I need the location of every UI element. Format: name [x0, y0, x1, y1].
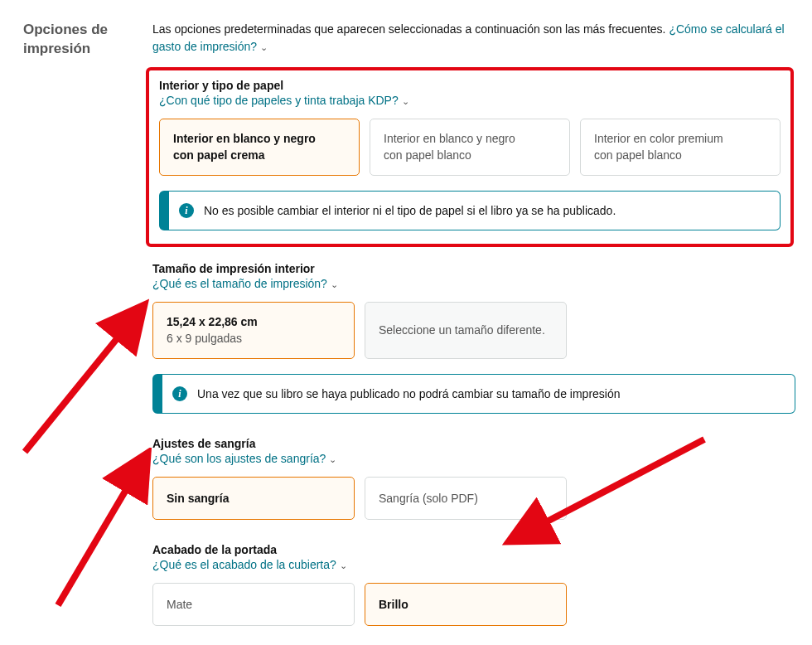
- interior-info-text: No es posible cambiar el interior ni el …: [204, 204, 616, 217]
- bleed-option-yes[interactable]: Sangría (solo PDF): [365, 477, 567, 520]
- chevron-down-icon: ⌄: [260, 41, 268, 55]
- bleed-help-link[interactable]: ¿Qué son los ajustes de sangría?⌄: [152, 452, 336, 465]
- cover-option-glossy[interactable]: Brillo: [365, 583, 567, 626]
- section-cover: Acabado de la portada ¿Qué es el acabado…: [152, 543, 795, 626]
- cover-title: Acabado de la portada: [152, 543, 795, 556]
- cover-help-link[interactable]: ¿Qué es el acabado de la cubierta?⌄: [152, 558, 347, 571]
- trim-help-link[interactable]: ¿Qué es el tamaño de impresión?⌄: [152, 277, 338, 290]
- chevron-down-icon: ⌄: [329, 454, 336, 465]
- interior-title: Interior y tipo de papel: [159, 79, 781, 92]
- section-interior: Interior y tipo de papel ¿Con qué tipo d…: [146, 67, 794, 247]
- intro-text: Las opciones predeterminadas que aparece…: [152, 21, 795, 56]
- section-label: Opciones de impresión: [23, 21, 149, 645]
- section-label-line2: impresión: [23, 41, 90, 56]
- section-trim: Tamaño de impresión interior ¿Qué es el …: [152, 262, 795, 414]
- interior-option-color-premium[interactable]: Interior en color premium con papel blan…: [580, 119, 781, 176]
- trim-info-banner: i Una vez que su libro se haya publicado…: [152, 374, 795, 414]
- section-label-line1: Opciones de: [23, 22, 108, 37]
- chevron-down-icon: ⌄: [340, 560, 347, 571]
- bleed-option-no[interactable]: Sin sangría: [152, 477, 355, 520]
- info-icon: i: [172, 386, 187, 401]
- interior-option-bw-white[interactable]: Interior en blanco y negro con papel bla…: [370, 119, 570, 176]
- interior-info-banner: i No es posible cambiar el interior ni e…: [159, 191, 781, 230]
- interior-option-bw-cream[interactable]: Interior en blanco y negro con papel cre…: [159, 119, 360, 176]
- trim-title: Tamaño de impresión interior: [152, 262, 795, 275]
- chevron-down-icon: ⌄: [331, 279, 338, 290]
- trim-option-6x9[interactable]: 15,24 x 22,86 cm 6 x 9 pulgadas: [152, 302, 355, 359]
- bleed-title: Ajustes de sangría: [152, 437, 795, 450]
- chevron-down-icon: ⌄: [402, 96, 409, 107]
- trim-info-text: Una vez que su libro se haya publicado n…: [197, 387, 621, 400]
- cover-option-matte[interactable]: Mate: [152, 583, 355, 626]
- interior-help-link[interactable]: ¿Con qué tipo de papeles y tinta trabaja…: [159, 94, 409, 107]
- section-bleed: Ajustes de sangría ¿Qué son los ajustes …: [152, 437, 795, 520]
- trim-option-different[interactable]: Seleccione un tamaño diferente.: [365, 302, 567, 359]
- info-icon: i: [179, 203, 194, 218]
